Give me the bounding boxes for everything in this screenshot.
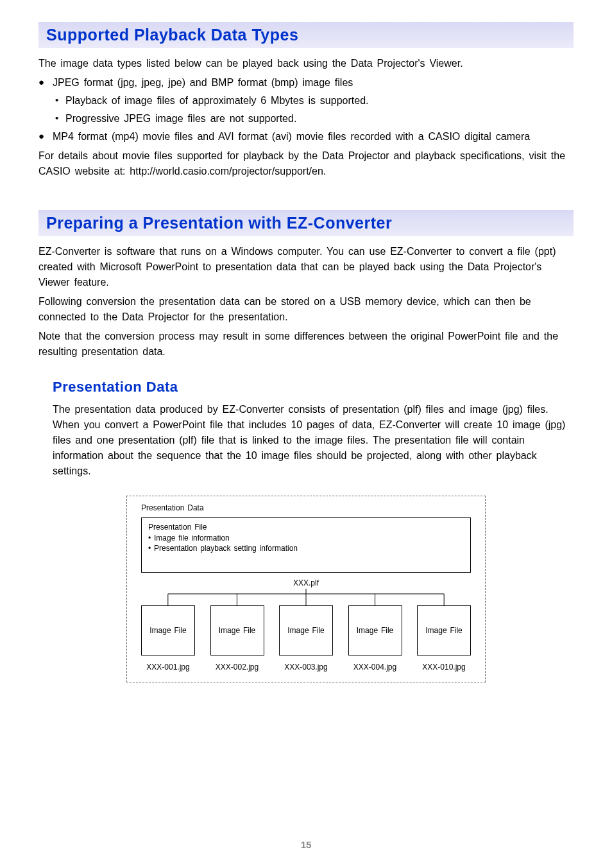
heading-supported-playback: Supported Playback Data Types (38, 22, 574, 48)
presentation-file-box: Presentation File • Image file informati… (141, 517, 471, 573)
list-item-text: Progressive JPEG image files are not sup… (65, 111, 296, 126)
image-file-caption: XXX-002.jpg (216, 662, 259, 673)
section2-para: Following conversion the presentation da… (38, 294, 574, 325)
page-number: 15 (0, 839, 612, 850)
list-item-text: MP4 format (mp4) movie files and AVI for… (53, 129, 530, 144)
list-item: ● JPEG format (jpg, jpeg, jpe) and BMP f… (38, 75, 574, 91)
section1-outro: For details about movie files supported … (38, 148, 574, 179)
connector-lines-icon (141, 589, 471, 605)
image-file-box: Image File (141, 605, 195, 655)
plf-filename: XXX.plf (141, 578, 471, 589)
pf-line: Presentation File (148, 522, 464, 533)
image-file-caption: XXX-004.jpg (353, 662, 396, 673)
list-item: • Progressive JPEG image files are not s… (53, 111, 574, 126)
list-item-text: JPEG format (jpg, jpeg, jpe) and BMP for… (53, 75, 353, 91)
connector-area (141, 589, 471, 605)
section3-para: The presentation data produced by EZ-Con… (53, 402, 574, 479)
image-file-caption: XXX-010.jpg (422, 662, 465, 673)
section1-list: ● JPEG format (jpg, jpeg, jpe) and BMP f… (38, 75, 574, 144)
image-file-caption: XXX-003.jpg (284, 662, 327, 673)
section2-para: EZ-Converter is software that runs on a … (38, 244, 574, 290)
heading-preparing-presentation: Preparing a Presentation with EZ-Convert… (38, 210, 574, 236)
image-file-box: Image File (348, 605, 402, 655)
pf-line: • Image file information (148, 533, 464, 544)
section2-para: Note that the conversion process may res… (38, 329, 574, 360)
pf-line: • Presentation playback setting informat… (148, 543, 464, 554)
diagram-title: Presentation Data (141, 503, 471, 514)
bullet-icon: ● (38, 129, 53, 144)
diagram: Presentation Data Presentation File • Im… (38, 496, 574, 682)
image-file-caption: XXX-001.jpg (146, 662, 189, 673)
section1-intro: The image data types listed below can be… (38, 56, 574, 71)
image-file-row: Image File XXX-001.jpg Image File XXX-00… (141, 605, 471, 673)
image-file-box: Image File (417, 605, 471, 655)
heading-presentation-data: Presentation Data (53, 379, 574, 395)
image-file-box: Image File (210, 605, 264, 655)
list-item-text: Playback of image files of approximately… (65, 93, 368, 108)
bullet-icon: • (53, 93, 65, 108)
bullet-icon: ● (38, 75, 53, 91)
list-item: • Playback of image files of approximate… (53, 93, 574, 108)
list-item: ● MP4 format (mp4) movie files and AVI f… (38, 129, 574, 144)
image-file-box: Image File (279, 605, 333, 655)
bullet-icon: • (53, 111, 65, 126)
